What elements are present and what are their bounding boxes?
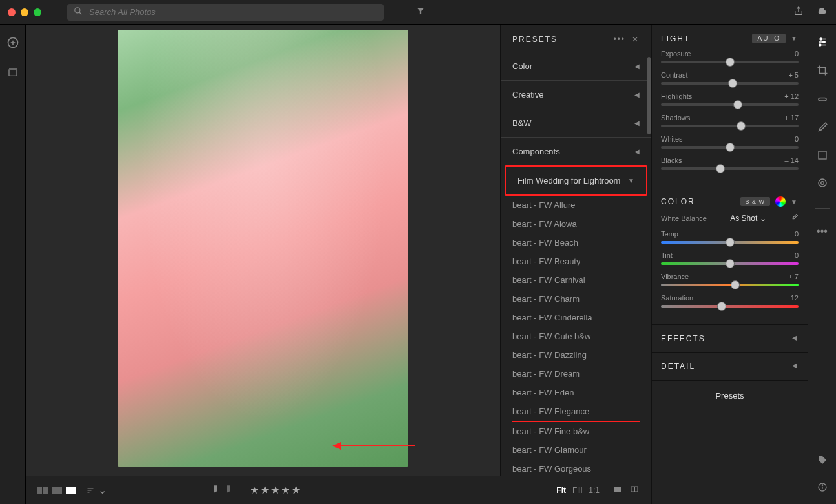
slider-exposure[interactable]: Exposure0: [661, 50, 799, 63]
cloud-icon[interactable]: [815, 6, 828, 19]
flag-reject-icon[interactable]: [225, 485, 235, 496]
preset-item[interactable]: beart - FW Elegance: [512, 402, 640, 422]
slider-track[interactable]: [661, 103, 799, 106]
image-viewer[interactable]: [26, 25, 500, 476]
chevron-down-icon[interactable]: ▼: [791, 198, 799, 205]
slider-highlights[interactable]: Highlights+ 12: [661, 92, 799, 106]
slider-temp[interactable]: Temp0: [661, 230, 799, 244]
slider-saturation[interactable]: Saturation– 12: [661, 294, 799, 308]
crop-icon[interactable]: [817, 65, 828, 79]
slider-track[interactable]: [661, 284, 799, 286]
slider-tint[interactable]: Tint0: [661, 251, 799, 265]
slider-thumb[interactable]: [728, 79, 737, 88]
slider-thumb[interactable]: [726, 238, 735, 247]
preset-item[interactable]: beart - FW Gorgeous: [512, 459, 640, 476]
preset-group-bw[interactable]: B&W ◀: [501, 109, 651, 137]
detail-section[interactable]: DETAIL ◀: [652, 353, 808, 381]
slider-thumb[interactable]: [737, 121, 746, 131]
slider-thumb[interactable]: [726, 259, 735, 268]
eyedropper-icon[interactable]: [789, 213, 799, 224]
info-icon[interactable]: [817, 482, 828, 495]
slider-track[interactable]: [661, 82, 799, 85]
scrollbar-thumb[interactable]: [647, 57, 651, 134]
sort-button[interactable]: ⌄: [85, 484, 107, 496]
filter-icon[interactable]: [416, 6, 425, 18]
one-to-one-button[interactable]: 1:1: [589, 486, 600, 495]
more-icon[interactable]: •••: [613, 35, 625, 44]
share-icon[interactable]: [793, 6, 804, 19]
presets-button[interactable]: Presets: [652, 381, 808, 411]
preset-item[interactable]: beart - FW Beauty: [512, 252, 640, 271]
more-icon[interactable]: •••: [817, 226, 828, 237]
slider-track[interactable]: [661, 241, 799, 244]
effects-section[interactable]: EFFECTS ◀: [652, 325, 808, 353]
chevron-down-icon[interactable]: ▼: [791, 35, 799, 42]
slider-thumb[interactable]: [726, 143, 735, 152]
preset-group-components[interactable]: Components ◀: [501, 137, 651, 165]
preset-group-color[interactable]: Color ◀: [501, 52, 651, 80]
search-input[interactable]: [89, 7, 377, 17]
minimize-window-button[interactable]: [21, 8, 28, 16]
auto-button[interactable]: AUTO: [752, 34, 786, 43]
radial-gradient-icon[interactable]: [817, 177, 828, 191]
preset-item[interactable]: beart - FW Cute b&w: [512, 327, 640, 346]
slider-vibrance[interactable]: Vibrance+ 7: [661, 273, 799, 286]
slider-track[interactable]: [661, 305, 799, 308]
star-icon[interactable]: ★: [271, 484, 280, 496]
preset-group-film-wedding[interactable]: Film Wedding for Lightroom ▼: [505, 165, 647, 196]
fill-button[interactable]: Fill: [572, 486, 582, 495]
slider-thumb[interactable]: [731, 280, 740, 289]
fit-button[interactable]: Fit: [556, 486, 566, 495]
wb-select[interactable]: As Shot ⌄: [730, 214, 766, 223]
slider-blacks[interactable]: Blacks– 14: [661, 156, 799, 170]
slider-thumb[interactable]: [717, 302, 726, 311]
star-icon[interactable]: ★: [281, 484, 290, 496]
close-window-button[interactable]: [8, 8, 16, 16]
preset-item[interactable]: beart - FW Glamour: [512, 441, 640, 459]
preset-item[interactable]: beart - FW Carnival: [512, 271, 640, 289]
slider-shadows[interactable]: Shadows+ 17: [661, 114, 799, 127]
detail-view-button[interactable]: [66, 487, 76, 494]
preset-item[interactable]: beart - FW Beach: [512, 233, 640, 252]
edit-sliders-icon[interactable]: [817, 36, 828, 50]
flag-pick-icon[interactable]: [213, 485, 222, 496]
add-photo-icon[interactable]: [6, 36, 19, 52]
slider-track[interactable]: [661, 125, 799, 127]
library-icon[interactable]: [8, 67, 18, 80]
preset-group-creative[interactable]: Creative ◀: [501, 80, 651, 109]
slider-thumb[interactable]: [726, 58, 735, 67]
preset-item[interactable]: beart - FW Allure: [512, 196, 640, 215]
compare-icon[interactable]: [629, 485, 640, 495]
preset-item[interactable]: beart - FW Dream: [512, 364, 640, 383]
rating-stars[interactable]: ★ ★ ★ ★ ★: [250, 484, 300, 496]
linear-gradient-icon[interactable]: [817, 150, 828, 163]
preset-item[interactable]: beart - FW Dazzling: [512, 346, 640, 364]
maximize-window-button[interactable]: [34, 8, 41, 16]
slider-track[interactable]: [661, 262, 799, 265]
slider-contrast[interactable]: Contrast+ 5: [661, 71, 799, 85]
tag-icon[interactable]: [817, 455, 828, 468]
color-mixer-icon[interactable]: [775, 196, 786, 207]
slider-thumb[interactable]: [733, 100, 742, 109]
slider-track[interactable]: [661, 146, 799, 149]
grid-view-button[interactable]: [37, 487, 48, 494]
slider-whites[interactable]: Whites0: [661, 135, 799, 149]
star-icon[interactable]: ★: [291, 484, 300, 496]
healing-brush-icon[interactable]: [817, 93, 828, 107]
brush-icon[interactable]: [817, 121, 828, 136]
square-view-button[interactable]: [52, 487, 62, 494]
slider-thumb[interactable]: [716, 164, 725, 173]
slider-track[interactable]: [661, 61, 799, 63]
preset-item[interactable]: beart - FW Eden: [512, 383, 640, 402]
close-panel-icon[interactable]: ✕: [632, 35, 640, 44]
star-icon[interactable]: ★: [260, 484, 269, 496]
preset-item[interactable]: beart - FW Alowa: [512, 215, 640, 233]
star-icon[interactable]: ★: [250, 484, 259, 496]
search-input-container[interactable]: [67, 4, 384, 21]
show-original-icon[interactable]: [612, 485, 623, 495]
preset-item[interactable]: beart - FW Fine b&w: [512, 422, 640, 441]
preset-item[interactable]: beart - FW Cinderella: [512, 308, 640, 327]
scrollbar[interactable]: [647, 57, 651, 476]
preset-item[interactable]: beart - FW Charm: [512, 289, 640, 308]
bw-button[interactable]: B & W: [740, 197, 771, 206]
